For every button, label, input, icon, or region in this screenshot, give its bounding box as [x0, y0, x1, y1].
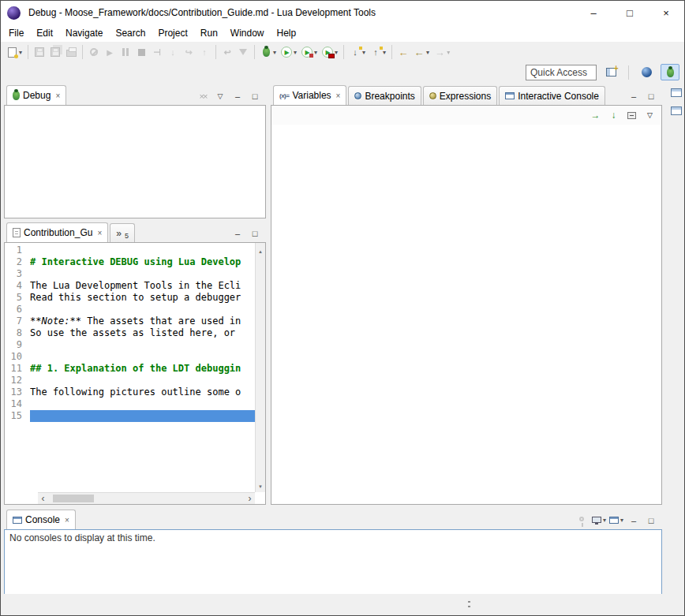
- menu-run[interactable]: Run: [194, 25, 224, 41]
- editor-line[interactable]: 8So use the assets as listed here, or: [5, 327, 255, 339]
- save-all-button: [47, 43, 63, 61]
- scrollbar-track[interactable]: [48, 493, 245, 504]
- debug-view-menu-button[interactable]: [212, 89, 228, 103]
- editor-minimize-button[interactable]: [230, 226, 245, 240]
- back-button[interactable]: [411, 43, 432, 61]
- scroll-left-icon[interactable]: [38, 493, 48, 504]
- close-icon[interactable]: ×: [65, 516, 69, 525]
- window-maximize-button[interactable]: [612, 1, 648, 24]
- editor-line[interactable]: 3: [5, 268, 255, 280]
- last-edit-location-button[interactable]: [395, 43, 411, 61]
- perspective-lua-button[interactable]: [637, 64, 656, 80]
- interactive-console-icon: [505, 92, 515, 99]
- debug-minimize-button[interactable]: [230, 89, 245, 103]
- display-selected-console-button[interactable]: [591, 513, 607, 527]
- line-text: [30, 410, 255, 422]
- line-text: [30, 351, 255, 363]
- menu-search[interactable]: Search: [109, 25, 152, 41]
- variables-view-content: [271, 105, 662, 505]
- window-close-button[interactable]: ×: [648, 1, 684, 24]
- sash-grip[interactable]: [468, 599, 470, 609]
- scrollbar-thumb[interactable]: [53, 495, 94, 502]
- open-console-button[interactable]: [608, 513, 624, 527]
- variables-view-menu-button[interactable]: [642, 108, 657, 122]
- menu-navigate[interactable]: Navigate: [59, 25, 109, 41]
- next-annotation-button[interactable]: [347, 43, 368, 61]
- editor-area: Contribution_Gu × 5 1 2# Interactive DEB…: [4, 222, 266, 506]
- variables-minimize-button[interactable]: [626, 89, 642, 103]
- debug-button[interactable]: [258, 43, 279, 61]
- titlebar: Debug - Moose_Framework/docs/Contributio…: [1, 1, 684, 24]
- tab-contribution-guide-label: Contribution_Gu: [24, 227, 92, 238]
- close-icon[interactable]: ×: [97, 229, 102, 237]
- close-icon[interactable]: ×: [336, 91, 341, 100]
- tab-console[interactable]: Console ×: [6, 510, 76, 529]
- editor-line[interactable]: 5Read this section to setup a debugger: [5, 292, 255, 304]
- editor-line[interactable]: 10: [5, 351, 255, 363]
- debug-maximize-button[interactable]: [247, 89, 263, 103]
- line-number: 12: [5, 375, 30, 386]
- variables-maximize-button[interactable]: [643, 89, 659, 103]
- show-logical-structure-button[interactable]: [588, 108, 603, 122]
- tab-variables[interactable]: (x)= Variables ×: [273, 85, 346, 105]
- editor-line[interactable]: 13The following pictures outline some o: [5, 386, 255, 398]
- editor-line[interactable]: 1: [5, 245, 255, 256]
- line-number: 8: [5, 327, 30, 339]
- tab-breakpoints[interactable]: Breakpoints: [348, 86, 421, 105]
- external-tools-button[interactable]: [320, 43, 340, 61]
- main-toolbar: [1, 42, 684, 62]
- editor-line[interactable]: 4The Lua Development Tools in the Ecli: [5, 280, 255, 292]
- quick-access-input[interactable]: Quick Access: [526, 65, 597, 80]
- coverage-button[interactable]: [299, 43, 320, 61]
- app-icon[interactable]: [7, 6, 21, 20]
- editor-vertical-scrollbar[interactable]: [255, 243, 265, 492]
- tab-expressions[interactable]: Expressions: [423, 86, 497, 105]
- step-into-button: [165, 43, 181, 61]
- menu-file[interactable]: File: [2, 25, 30, 41]
- editor-text[interactable]: 1 2# Interactive DEBUG using Lua Develop…: [5, 245, 255, 492]
- show-static-variables-button[interactable]: [606, 108, 621, 122]
- editor-current-line[interactable]: 15: [5, 410, 255, 422]
- close-icon[interactable]: ×: [55, 91, 60, 100]
- open-console-icon: [609, 517, 619, 524]
- editor-line[interactable]: 7**Note:** The assets that are used in: [5, 315, 255, 327]
- hidden-editors-chevron[interactable]: 5: [110, 223, 135, 242]
- tab-contribution-guide[interactable]: Contribution_Gu ×: [6, 222, 108, 242]
- menu-project[interactable]: Project: [152, 25, 193, 41]
- open-perspective-button[interactable]: [601, 64, 620, 80]
- console-minimize-button[interactable]: [626, 513, 642, 527]
- previous-annotation-button[interactable]: [368, 43, 388, 61]
- line-number: 15: [5, 410, 30, 422]
- menu-edit[interactable]: Edit: [30, 25, 59, 41]
- minimized-view-icon[interactable]: [671, 106, 682, 115]
- editor-line[interactable]: 9: [5, 339, 255, 351]
- menu-help[interactable]: Help: [271, 25, 303, 41]
- scroll-up-icon[interactable]: [258, 245, 263, 256]
- minimized-view-restore-icon[interactable]: [671, 88, 682, 97]
- editor-maximize-button[interactable]: [247, 226, 263, 240]
- markdown-editor[interactable]: 1 2# Interactive DEBUG using Lua Develop…: [4, 242, 266, 505]
- window-title: Debug - Moose_Framework/docs/Contributio…: [28, 7, 376, 18]
- menu-window[interactable]: Window: [224, 25, 271, 41]
- collapse-all-button[interactable]: [624, 108, 639, 122]
- console-maximize-button[interactable]: [643, 513, 659, 527]
- perspective-debug-button[interactable]: [661, 64, 679, 80]
- editor-line[interactable]: 2# Interactive DEBUG using Lua Develop: [5, 256, 255, 268]
- editor-horizontal-scrollbar[interactable]: [38, 492, 255, 504]
- window-minimize-button[interactable]: [575, 1, 612, 24]
- line-text: [30, 245, 255, 256]
- scroll-right-icon[interactable]: [245, 493, 255, 504]
- editor-line[interactable]: 14: [5, 398, 255, 410]
- run-button[interactable]: [279, 43, 299, 61]
- tab-interactive-console[interactable]: Interactive Console: [499, 86, 605, 105]
- editor-line[interactable]: 11## 1. Explanation of the LDT debuggin: [5, 363, 255, 375]
- scroll-down-icon[interactable]: [258, 480, 263, 491]
- editor-line[interactable]: 6: [5, 304, 255, 315]
- editor-line[interactable]: 12: [5, 375, 255, 386]
- console-icon: [13, 517, 22, 524]
- tab-breakpoints-label: Breakpoints: [365, 91, 414, 102]
- line-number: 10: [5, 351, 30, 363]
- skip-all-breakpoints-button: [86, 43, 102, 61]
- tab-debug[interactable]: Debug ×: [6, 85, 66, 105]
- new-button[interactable]: [4, 43, 24, 61]
